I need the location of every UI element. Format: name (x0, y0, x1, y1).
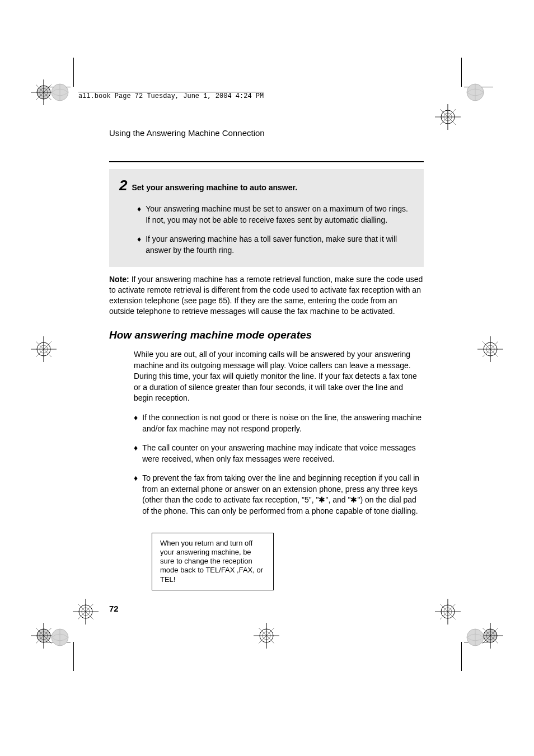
corner-globe-icon (466, 83, 485, 102)
bullet-text: To prevent the fax from taking over the … (142, 473, 424, 516)
registration-mark-icon (435, 104, 461, 130)
note-label: Note: (109, 275, 129, 284)
section-heading: How answering machine mode operates (109, 329, 424, 341)
registration-mark-icon (73, 599, 99, 624)
section-bullet: ♦ To prevent the fax from taking over th… (134, 473, 424, 516)
bullet-icon: ♦ (134, 473, 138, 516)
registration-mark-icon (254, 623, 279, 649)
file-header-text: all.book Page 72 Tuesday, June 1, 2004 4… (78, 92, 264, 100)
page-section-title: Using the Answering Machine Connection (109, 128, 265, 138)
bullet-icon: ♦ (137, 234, 141, 256)
registration-mark-icon (435, 599, 461, 624)
main-content: 2 Set your answering machine to auto ans… (109, 161, 424, 590)
corner-globe-icon (50, 83, 69, 102)
step-title: Set your answering machine to auto answe… (132, 183, 297, 192)
bullet-icon: ♦ (134, 412, 138, 434)
corner-globe-icon (466, 628, 485, 647)
bullet-icon: ♦ (137, 204, 141, 226)
bullet-text: The call counter on your answering machi… (142, 443, 424, 464)
note-paragraph: Note: If your answering machine has a re… (109, 274, 424, 317)
bullet-text: If the connection is not good or there i… (142, 412, 424, 434)
registration-mark-icon (31, 336, 57, 362)
note-body: If your answering machine has a remote r… (109, 275, 423, 316)
step-box: 2 Set your answering machine to auto ans… (109, 169, 424, 267)
step-bullet: ♦ If your answering machine has a toll s… (137, 234, 414, 256)
callout-box: When you return and turn off your answer… (152, 533, 274, 590)
registration-mark-icon (477, 336, 503, 362)
step-bullet: ♦ Your answering machine must be set to … (137, 204, 414, 226)
content-divider (109, 161, 424, 162)
corner-globe-icon (50, 628, 69, 647)
section-bullet: ♦ If the connection is not good or there… (134, 412, 424, 434)
bullet-text: If your answering machine has a toll sav… (146, 234, 414, 256)
page-number: 72 (109, 604, 119, 613)
section-bullet: ♦ The call counter on your answering mac… (134, 443, 424, 464)
bullet-icon: ♦ (134, 443, 138, 464)
bullet-text: Your answering machine must be set to an… (146, 204, 414, 226)
section-intro: While you are out, all of your incoming … (134, 349, 424, 404)
step-number: 2 (119, 177, 127, 194)
section-bullet-list: ♦ If the connection is not good or there… (109, 412, 424, 517)
